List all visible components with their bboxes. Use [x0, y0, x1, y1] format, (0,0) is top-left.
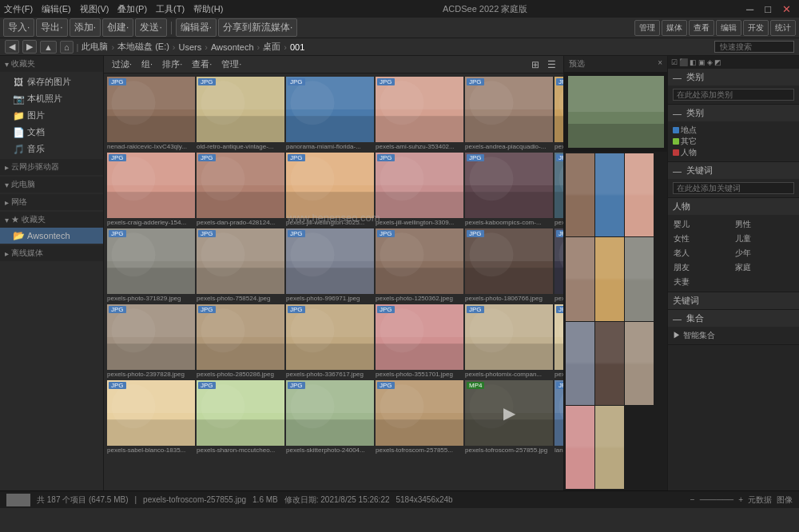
view-list-btn[interactable]: ☰	[545, 58, 559, 71]
menu-item[interactable]: 叠加(P)	[113, 2, 151, 17]
menu-item[interactable]: 帮助(H)	[189, 2, 227, 17]
list-item[interactable]: JPGlandscape-photo	[555, 380, 563, 455]
rp-icon-6[interactable]: ◩	[714, 58, 721, 66]
list-item[interactable]: JPGpexels-photo-1806766.jpeg	[465, 228, 553, 303]
create-btn[interactable]: 创建·	[102, 18, 133, 37]
list-item[interactable]: JPGpexels-dan-prado-428124...	[197, 153, 284, 227]
sidebar-item-local-photos[interactable]: 📷 本机照片	[0, 90, 103, 107]
list-item[interactable]: JPGnenad-rakicevic-IxvC43qly...	[107, 77, 195, 151]
sidebar-item-pictures[interactable]: 📁 图片	[0, 107, 103, 124]
menu-bar[interactable]: 文件(F)编辑(E)视图(V)叠加(P)工具(T)帮助(H)	[0, 2, 227, 17]
sidebar-header-cloud[interactable]: ▸ 云网步驱动器	[0, 159, 103, 175]
nav-home-btn[interactable]: ⌂	[60, 41, 74, 54]
category-input[interactable]	[673, 89, 794, 101]
list-item[interactable]: JPGpexels-photo-2850286.jpeg	[197, 304, 284, 379]
list-item[interactable]: JPGpexels-jill-wellington-3025...	[286, 153, 374, 227]
tag-other[interactable]: 其它	[673, 136, 794, 147]
people-infant[interactable]: 婴儿	[673, 218, 733, 231]
mode-stats-btn[interactable]: 统计	[770, 20, 796, 36]
list-item[interactable]: JPGpexels-jill-wellington-3309...	[376, 153, 463, 227]
mode-media-btn[interactable]: 媒体	[662, 20, 687, 36]
rp-header-tags[interactable]: — 类别	[668, 105, 799, 121]
list-item[interactable]: JPGpexels-craig-adderley-154...	[107, 153, 195, 227]
addr-desktop[interactable]: 桌面	[263, 41, 280, 53]
mode-develop-btn[interactable]: 开发	[743, 20, 769, 36]
import-btn[interactable]: 导入·	[3, 18, 34, 37]
zoom-out-btn[interactable]: −	[690, 495, 695, 504]
menu-item[interactable]: 视图(V)	[76, 2, 113, 17]
send-btn[interactable]: 发送·	[135, 18, 166, 37]
view-grid-btn[interactable]: ⊞	[529, 58, 542, 71]
list-item[interactable]: JPGpexels-photo-3551701.jpeg	[376, 304, 463, 379]
rp-icon-3[interactable]: ◧	[690, 58, 697, 66]
nav-forward-btn[interactable]: ▶	[22, 40, 37, 54]
addr-user[interactable]: Awsontech	[211, 42, 254, 52]
list-item[interactable]: JPGpexels-photo-1250362.jpeg	[376, 228, 463, 303]
tag-people[interactable]: 人物	[673, 147, 794, 158]
people-elder[interactable]: 老人	[673, 247, 733, 260]
list-item[interactable]: JPGpexels-ami-suhzu-353402...	[376, 77, 463, 151]
mode-view-btn[interactable]: 查看	[689, 20, 714, 36]
preview-strip-thumb[interactable]	[625, 153, 654, 236]
people-female[interactable]: 女性	[673, 232, 733, 245]
sidebar-item-saved-photos[interactable]: 🖼 保存的图片	[0, 73, 103, 90]
window-controls[interactable]: ─ □ ✕	[743, 3, 799, 15]
sidebar-header-bookmarks[interactable]: ▾ ★ 收藏夹	[0, 212, 103, 228]
keywords-input[interactable]	[673, 182, 794, 194]
maximize-btn[interactable]: □	[761, 3, 774, 15]
editor-btn[interactable]: 编辑器·	[176, 18, 217, 37]
sidebar-header-offline[interactable]: ▸ 离线媒体	[0, 245, 103, 261]
list-item[interactable]: JPGpexels-sharon-mccutcheo...	[197, 380, 284, 455]
image-btn[interactable]: 图像	[777, 494, 793, 506]
menu-item[interactable]: 工具(T)	[152, 2, 189, 17]
list-item[interactable]: JPGpexels-karolina-grabowsk...	[555, 153, 563, 227]
preview-strip-thumb[interactable]	[566, 322, 594, 405]
preview-strip-thumb[interactable]	[566, 406, 594, 489]
zoom-in-btn[interactable]: +	[738, 495, 743, 504]
metadata-btn[interactable]: 元数据	[748, 494, 772, 506]
list-item[interactable]: JPGpexels-photo-758524.jpeg	[197, 228, 284, 303]
rp-icon-4[interactable]: ▣	[698, 58, 706, 66]
rp-header-people[interactable]: 人物	[668, 198, 799, 215]
sidebar-item-music[interactable]: 🎵 音乐	[0, 141, 103, 157]
people-teen[interactable]: 少年	[734, 247, 794, 260]
list-item[interactable]: JPGpexels-skitterphoto-24004...	[286, 380, 374, 455]
list-item[interactable]: MP4pexels-tofroscom-257855.jpg	[465, 380, 553, 455]
people-couple[interactable]: 夫妻	[673, 276, 733, 288]
mode-edit-btn[interactable]: 编辑	[716, 20, 741, 36]
sidebar-header-network[interactable]: ▸ 网络	[0, 194, 103, 210]
minimize-btn[interactable]: ─	[743, 3, 757, 15]
rp-icon-5[interactable]: ◈	[707, 58, 713, 66]
rp-header-category[interactable]: — 类别	[668, 69, 799, 85]
people-friends[interactable]: 朋友	[673, 261, 733, 274]
sort-btn[interactable]: 排序·	[159, 58, 185, 71]
preview-strip-thumb[interactable]	[595, 322, 624, 405]
add-btn[interactable]: 添加·	[70, 18, 101, 37]
list-item[interactable]: JPGpexels-photo-1903702.jpeg	[555, 228, 563, 303]
list-item[interactable]: JPGpexels-photo-2397828.jpeg	[107, 304, 195, 379]
nav-back-btn[interactable]: ◀	[5, 40, 19, 54]
preview-strip-thumb[interactable]	[566, 237, 594, 320]
group-btn[interactable]: 组·	[138, 58, 156, 71]
rp-header-keywords[interactable]: — 关键词	[668, 162, 799, 179]
list-item[interactable]: JPGpexels-pixabay-264771.jpeg	[555, 304, 563, 379]
export-btn[interactable]: 导出·	[36, 18, 67, 37]
tag-location[interactable]: 地点	[673, 125, 794, 136]
sidebar-item-docs[interactable]: 📄 文档	[0, 124, 103, 141]
people-male[interactable]: 男性	[734, 218, 794, 231]
list-item[interactable]: JPGold-retro-antique-vintage-...	[197, 77, 284, 151]
list-item[interactable]: JPGpexels-photo-996971.jpeg	[286, 228, 374, 303]
list-item[interactable]: JPGpanorama-miami-florida-...	[286, 77, 374, 151]
mode-manage-btn[interactable]: 管理	[634, 20, 660, 36]
preview-strip-thumb[interactable]	[595, 237, 624, 320]
rp-header-collection[interactable]: — 集合	[668, 310, 799, 327]
manage-btn[interactable]: 管理·	[218, 58, 244, 71]
people-child[interactable]: 儿童	[734, 232, 794, 245]
preview-strip-thumb[interactable]	[625, 237, 654, 320]
list-item[interactable]: JPGpexels-photo-371829.jpeg	[107, 228, 195, 303]
preview-strip-thumb[interactable]	[566, 153, 594, 236]
list-item[interactable]: JPGpexels-tofroscom-257855...	[376, 380, 463, 455]
rp-icon-1[interactable]: ☑	[671, 58, 678, 66]
list-item[interactable]: JPGpexels-cottonbro-317183...	[555, 77, 563, 151]
addr-pc[interactable]: 此电脑	[81, 41, 108, 53]
